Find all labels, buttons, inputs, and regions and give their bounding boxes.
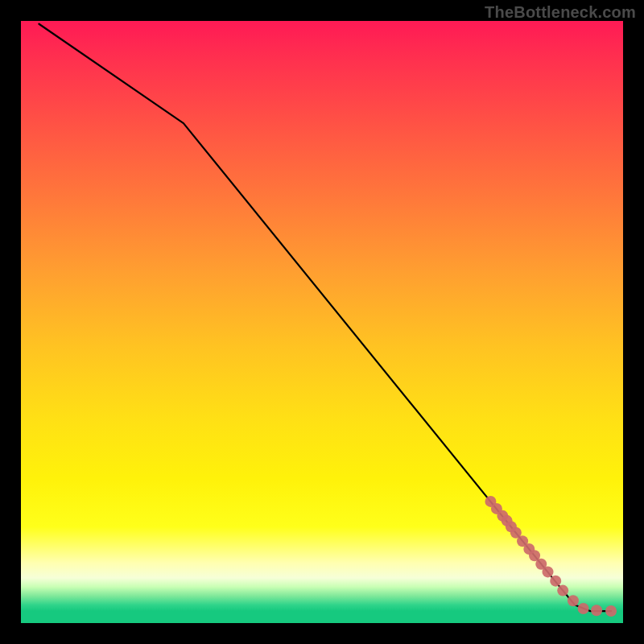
chart-stage: TheBottleneck.com <box>0 0 644 644</box>
watermark-text: TheBottleneck.com <box>485 3 636 22</box>
plot-area <box>21 21 623 623</box>
heatmap-gradient <box>21 21 623 623</box>
